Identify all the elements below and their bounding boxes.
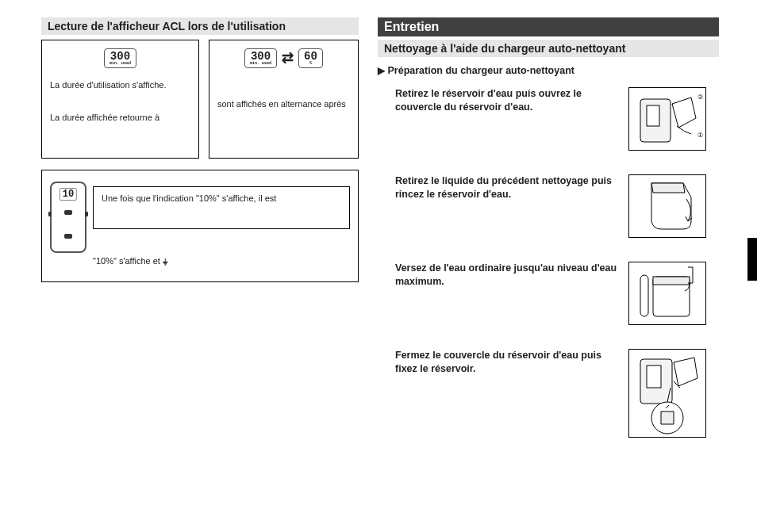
- lcd-display-b-right: 60 %: [298, 48, 323, 68]
- step-text: Retirez le liquide du précédent nettoyag…: [378, 174, 617, 238]
- left-section-heading: Lecture de l'afficheur ACL lors de l'uti…: [41, 17, 359, 35]
- box-c-callout: Une fois que l'indication "10%" s'affich…: [93, 186, 350, 229]
- svg-text:①: ①: [697, 132, 703, 139]
- step-text: Versez de l'eau ordinaire jusqu'au nivea…: [378, 262, 617, 325]
- lcd-box-c: 10 Une fois que l'indication "10%" s'aff…: [41, 170, 359, 282]
- step-row: Retirez le liquide du précédent nettoyag…: [378, 174, 719, 238]
- lcd-unit-a: min. used: [110, 62, 131, 66]
- shaver-lcd-value: 10: [60, 188, 77, 201]
- box-a-line1: La durée d'utilisation s'affiche.: [50, 79, 190, 91]
- swap-arrows-icon: ⇄: [282, 48, 294, 68]
- prep-heading: ▶ Préparation du chargeur auto-nettoyant: [378, 65, 719, 76]
- svg-text:②: ②: [697, 94, 703, 101]
- step-row: Fermez le couvercle du réservoir d'eau p…: [378, 349, 719, 438]
- plug-icon: ⏚: [163, 256, 168, 266]
- shaver-illustration: 10: [50, 182, 86, 253]
- page-edge-tab: [747, 238, 757, 281]
- step-figure-4: [628, 349, 706, 438]
- lcd-display-b-left: 300 min. used: [244, 48, 277, 68]
- triangle-bullet-icon: ▶: [378, 65, 385, 76]
- svg-rect-6: [640, 275, 648, 316]
- right-section-heading-sub: Nettoyage à l'aide du chargeur auto-nett…: [378, 40, 719, 57]
- box-b-line1: sont affichés en alternance après: [217, 98, 350, 110]
- step-row: Retirez le réservoir d'eau puis ouvrez l…: [378, 87, 719, 151]
- box-c-under: "10%" s'affiche et ⏚: [93, 256, 350, 266]
- step-figure-3: [628, 262, 706, 325]
- lcd-b-left-unit: min. used: [250, 62, 271, 66]
- step-text: Retirez le réservoir d'eau puis ouvrez l…: [378, 87, 617, 151]
- svg-rect-5: [653, 277, 690, 285]
- step-figure-2: [628, 174, 706, 238]
- lcd-box-a: 300 min. used La durée d'utilisation s'a…: [41, 40, 199, 159]
- step-figure-1: ② ①: [628, 87, 706, 151]
- lcd-box-b: 300 min. used ⇄ 60 % sont affichés en al…: [209, 40, 359, 159]
- svg-rect-1: [647, 105, 659, 126]
- step-row: Versez de l'eau ordinaire jusqu'au nivea…: [378, 262, 719, 325]
- lcd-display-a: 300 min. used: [104, 48, 136, 68]
- svg-rect-8: [647, 366, 661, 388]
- box-a-line2: La durée affichée retourne à: [50, 112, 190, 124]
- step-text: Fermez le couvercle du réservoir d'eau p…: [378, 349, 617, 438]
- right-section-heading-dark: Entretien: [378, 17, 719, 36]
